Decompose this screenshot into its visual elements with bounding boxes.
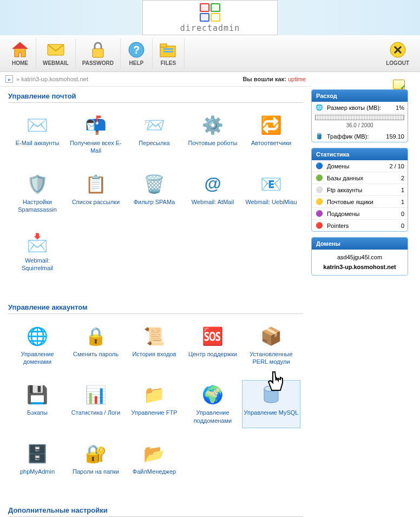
help-icon: ? — [127, 41, 146, 59]
mail-section-title: Управление почтой — [8, 92, 303, 103]
messages-icon[interactable] — [393, 80, 405, 89]
mail2-icon: 📧 — [260, 173, 282, 195]
dot-icon: ⚪ — [315, 186, 324, 193]
robot-icon: ⚙️ — [202, 114, 224, 136]
stat-row[interactable]: 🟣Поддомены0 — [312, 208, 408, 220]
main-content: ▸ » katrin3-up.kosmohost.net Вы вошли ка… — [0, 72, 311, 517]
autoresponders-link[interactable]: 🔁Автоответчики — [242, 110, 300, 159]
stats-logs-link[interactable]: 📊Статистика / Логи — [67, 380, 125, 428]
webmail-label: WEBMAIL — [43, 60, 69, 66]
webmail-squirrel-link[interactable]: 📩Webmail: Squirrelmail — [8, 228, 67, 276]
subdomain-icon: 🌍 — [202, 384, 224, 405]
globe-icon: 🌐 — [27, 325, 48, 347]
forward-icon: 📨 — [143, 114, 165, 136]
phpmyadmin-link[interactable]: 🗄️phpMyAdmin — [8, 439, 67, 479]
database-icon — [260, 384, 282, 405]
dot-icon: 🟡 — [315, 198, 324, 205]
mail3-icon: 📩 — [27, 232, 48, 253]
quota-row: 🌐 Размер квоты (MB): 1% — [312, 102, 408, 114]
disk-icon: 🌐 — [315, 104, 324, 111]
mail-robots-link[interactable]: ⚙️Почтовые роботы — [183, 110, 242, 159]
mysql-mgmt-link[interactable]: Управление MySQL — [242, 380, 300, 428]
webmail-uebimiau-link[interactable]: 📧Webmail: UebiMiau — [242, 169, 300, 218]
extra-section: Дополнительные настройки 🔄Параллельные д… — [0, 501, 311, 517]
stats-panel: Статистика 🔵Домены2 / 10 🟢Базы данных2 ⚪… — [311, 148, 408, 232]
stat-row[interactable]: 🟢Базы данных2 — [312, 172, 408, 184]
perl-modules-link[interactable]: 📦Установленные PERL модули — [242, 322, 300, 370]
folder-lock-icon: 🔐 — [85, 443, 107, 464]
stat-row[interactable]: 🟡Почтовые ящики1 — [312, 196, 408, 208]
files-icon — [159, 41, 178, 59]
perl-icon: 📦 — [260, 325, 282, 347]
quota-bar — [315, 115, 404, 120]
domain-mgmt-link[interactable]: 🌐Управление доменами — [8, 322, 67, 370]
history-icon: 📜 — [143, 325, 165, 347]
support-link[interactable]: 🆘Центр поддержки — [183, 322, 242, 370]
webmail-icon — [47, 41, 65, 59]
email-accounts-link[interactable]: ✉️E-Mail аккаунты — [8, 110, 67, 159]
stat-row[interactable]: 🔴Pointers0 — [312, 220, 408, 231]
forwarders-link[interactable]: 📨Пересылка — [125, 110, 183, 159]
svg-rect-7 — [160, 44, 167, 47]
domain-link[interactable]: asd45jgu45l.com — [315, 253, 404, 263]
usage-panel-title: Расход — [312, 90, 408, 102]
traffic-row: 🛢️ Траффик (MB): 159.10 — [312, 130, 408, 142]
backups-link[interactable]: 💾Бэкапы — [8, 380, 67, 428]
domains-panel-title: Домены — [312, 238, 408, 250]
logout-label: LOGOUT — [386, 60, 409, 66]
phpmyadmin-icon: 🗄️ — [27, 443, 48, 464]
help-button[interactable]: ? HELP — [121, 38, 153, 68]
catch-all-link[interactable]: 📬Получение всех E-Mail — [67, 110, 125, 159]
extra-section-title: Дополнительные настройки — [8, 506, 303, 517]
files-label: FILES — [161, 60, 176, 66]
logout-button[interactable]: LOGOUT — [379, 38, 416, 68]
breadcrumb-domain[interactable]: katrin3-up.kosmohost.net — [21, 76, 88, 82]
home-icon — [11, 41, 29, 59]
svg-rect-9 — [163, 51, 173, 53]
files-button[interactable]: FILES — [153, 38, 185, 68]
mail-section: Управление почтой ✉️E-Mail аккаунты 📬Пол… — [0, 87, 311, 298]
webmail-atmail-link[interactable]: @Webmail: AtMail — [183, 169, 242, 218]
logo-icon — [199, 3, 221, 22]
list-icon: 📋 — [85, 173, 107, 195]
chart-icon: 📊 — [85, 384, 107, 405]
help-label: HELP — [129, 60, 144, 66]
stat-row[interactable]: ⚪Ftp аккаунты1 — [312, 184, 408, 196]
dot-icon: 🟢 — [315, 174, 324, 181]
stat-row[interactable]: 🔵Домены2 / 10 — [312, 160, 408, 172]
folder-passwords-link[interactable]: 🔐Пароли на папки — [67, 439, 125, 479]
breadcrumb-home-icon[interactable]: ▸ — [5, 75, 13, 83]
mail-icon: ✉️ — [27, 114, 48, 136]
spam-filter-link[interactable]: 🗑️Фильтр SPAMа — [125, 169, 183, 218]
domains-panel: Домены asd45jgu45l.com katrin3-up.kosmoh… — [311, 237, 408, 276]
logged-in-user[interactable]: uptime — [288, 76, 306, 82]
change-password-link[interactable]: 🔒Сменить пароль — [67, 322, 125, 370]
mail-all-icon: 📬 — [85, 114, 107, 136]
svg-text:?: ? — [133, 44, 140, 56]
password-button[interactable]: PASSWORD — [76, 38, 121, 68]
ftp-mgmt-link[interactable]: 📁Управление FTP — [125, 380, 183, 428]
home-label: HOME — [12, 60, 28, 66]
logo[interactable]: directadmin — [142, 0, 278, 35]
filter-icon: 🗑️ — [143, 173, 165, 195]
logout-icon — [389, 41, 407, 59]
domain-link-active[interactable]: katrin3-up.kosmohost.net — [315, 263, 404, 272]
dot-icon: 🔴 — [315, 222, 324, 229]
filemanager-link[interactable]: 📂ФайлМенеджер — [125, 439, 183, 479]
autoreply-icon: 🔁 — [260, 114, 282, 136]
dot-icon: 🟣 — [315, 210, 324, 217]
mailing-list-link[interactable]: 📋Список рассылки — [67, 169, 125, 218]
login-history-link[interactable]: 📜История входов — [125, 322, 183, 370]
password-label: PASSWORD — [82, 60, 114, 66]
ftp-icon: 📁 — [143, 384, 165, 405]
traffic-icon: 🛢️ — [315, 133, 324, 140]
account-section: Управление аккаунтом 🌐Управление доменам… — [0, 298, 311, 501]
home-button[interactable]: HOME — [4, 38, 36, 68]
webmail-button[interactable]: WEBMAIL — [36, 38, 76, 68]
header: directadmin — [0, 0, 420, 35]
subdomain-mgmt-link[interactable]: 🌍Управление поддоменами — [183, 380, 242, 428]
spamassassin-link[interactable]: 🛡️Настройки Spamassassin — [8, 169, 67, 218]
svg-point-14 — [264, 386, 278, 391]
dot-icon: 🔵 — [315, 162, 324, 169]
padlock-icon: 🔒 — [85, 325, 107, 347]
